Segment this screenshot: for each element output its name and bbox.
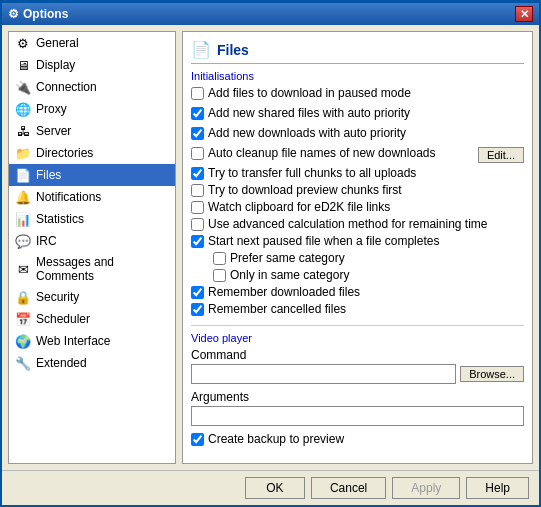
sidebar-item-proxy[interactable]: 🌐Proxy	[9, 98, 175, 120]
sidebar-label-extended: Extended	[36, 356, 87, 370]
remember-downloaded-label: Remember downloaded files	[208, 285, 360, 299]
backup-preview-label: Create backup to preview	[208, 432, 344, 446]
sidebar-item-general[interactable]: ⚙General	[9, 32, 175, 54]
files-icon: 📄	[15, 167, 31, 183]
watch-clipboard-label: Watch clipboard for eD2K file links	[208, 200, 390, 214]
prefer-same-cat-checkbox[interactable]	[213, 252, 226, 265]
remember-downloaded-checkbox[interactable]	[191, 286, 204, 299]
panel-title-icon: 📄	[191, 40, 211, 59]
sidebar-label-security: Security	[36, 290, 79, 304]
directories-icon: 📁	[15, 145, 31, 161]
sidebar-item-security[interactable]: 🔒Security	[9, 286, 175, 308]
title-bar: ⚙ Options ✕	[2, 3, 539, 25]
sidebar-item-display[interactable]: 🖥Display	[9, 54, 175, 76]
prefer-same-cat-row: Prefer same category	[213, 251, 524, 265]
sidebar-label-server: Server	[36, 124, 71, 138]
auto-priority-downloads-label: Add new downloads with auto priority	[208, 126, 406, 140]
options-window: ⚙ Options ✕ ⚙General🖥Display🔌Connection🌐…	[0, 0, 541, 507]
sidebar-label-statistics: Statistics	[36, 212, 84, 226]
auto-priority-shared-checkbox-row: Add new shared files with auto priority	[191, 106, 524, 120]
content-area: ⚙General🖥Display🔌Connection🌐Proxy🖧Server…	[2, 25, 539, 470]
sidebar-label-irc: IRC	[36, 234, 57, 248]
auto-priority-downloads-row: Add new downloads with auto priority	[191, 126, 524, 143]
auto-priority-shared-row: Add new shared files with auto priority	[191, 106, 524, 123]
backup-preview-row: Create backup to preview	[191, 432, 524, 446]
statistics-icon: 📊	[15, 211, 31, 227]
command-row: Browse...	[191, 364, 524, 384]
add-paused-checkbox[interactable]	[191, 87, 204, 100]
connection-icon: 🔌	[15, 79, 31, 95]
prefer-same-cat-label: Prefer same category	[230, 251, 345, 265]
auto-priority-downloads-checkbox[interactable]	[191, 127, 204, 140]
transfer-full-chunks-label: Try to transfer full chunks to all uploa…	[208, 166, 416, 180]
sidebar-label-notifications: Notifications	[36, 190, 101, 204]
sidebar-item-scheduler[interactable]: 📅Scheduler	[9, 308, 175, 330]
cancel-button[interactable]: Cancel	[311, 477, 386, 499]
preview-chunks-checkbox[interactable]	[191, 184, 204, 197]
sidebar-item-files[interactable]: 📄Files	[9, 164, 175, 186]
watch-clipboard-checkbox[interactable]	[191, 201, 204, 214]
notifications-icon: 🔔	[15, 189, 31, 205]
close-button[interactable]: ✕	[515, 6, 533, 22]
sidebar-item-statistics[interactable]: 📊Statistics	[9, 208, 175, 230]
sidebar-item-notifications[interactable]: 🔔Notifications	[9, 186, 175, 208]
auto-priority-shared-label: Add new shared files with auto priority	[208, 106, 410, 120]
advanced-calc-checkbox[interactable]	[191, 218, 204, 231]
sidebar-label-files: Files	[36, 168, 61, 182]
irc-icon: 💬	[15, 233, 31, 249]
main-panel: 📄 Files Initialisations Add files to dow…	[182, 31, 533, 464]
sidebar-label-display: Display	[36, 58, 75, 72]
sidebar-item-irc[interactable]: 💬IRC	[9, 230, 175, 252]
preview-chunks-row: Try to download preview chunks first	[191, 183, 524, 197]
server-icon: 🖧	[15, 123, 31, 139]
window-icon: ⚙	[8, 7, 19, 21]
remember-cancelled-checkbox[interactable]	[191, 303, 204, 316]
transfer-full-chunks-checkbox[interactable]	[191, 167, 204, 180]
messages-icon: ✉	[15, 261, 31, 277]
auto-cleanup-label: Auto cleanup file names of new downloads	[208, 146, 435, 160]
command-label: Command	[191, 348, 524, 362]
arguments-input[interactable]	[191, 406, 524, 426]
sidebar-label-messages: Messages and Comments	[36, 255, 169, 283]
display-icon: 🖥	[15, 57, 31, 73]
auto-priority-downloads-checkbox-row: Add new downloads with auto priority	[191, 126, 524, 140]
sidebar-item-extended[interactable]: 🔧Extended	[9, 352, 175, 374]
remember-downloaded-row: Remember downloaded files	[191, 285, 524, 299]
only-same-cat-checkbox[interactable]	[213, 269, 226, 282]
backup-preview-checkbox[interactable]	[191, 433, 204, 446]
preview-chunks-label: Try to download preview chunks first	[208, 183, 402, 197]
transfer-full-chunks-row: Try to transfer full chunks to all uploa…	[191, 166, 524, 180]
initialisations-label: Initialisations	[191, 70, 524, 82]
auto-priority-shared-checkbox[interactable]	[191, 107, 204, 120]
video-player-label: Video player	[191, 332, 524, 344]
ok-button[interactable]: OK	[245, 477, 305, 499]
add-paused-row: Add files to download in paused mode	[191, 86, 524, 103]
security-icon: 🔒	[15, 289, 31, 305]
sidebar-item-server[interactable]: 🖧Server	[9, 120, 175, 142]
start-next-paused-label: Start next paused file when a file compl…	[208, 234, 439, 248]
only-same-cat-row: Only in same category	[213, 268, 524, 282]
sidebar-label-general: General	[36, 36, 79, 50]
sidebar-item-connection[interactable]: 🔌Connection	[9, 76, 175, 98]
edit-button[interactable]: Edit...	[478, 147, 524, 163]
title-bar-left: ⚙ Options	[8, 7, 68, 21]
auto-cleanup-checkbox[interactable]	[191, 147, 204, 160]
footer: OK Cancel Apply Help	[2, 470, 539, 505]
apply-button[interactable]: Apply	[392, 477, 460, 499]
help-button[interactable]: Help	[466, 477, 529, 499]
window-title: Options	[23, 7, 68, 21]
browse-button[interactable]: Browse...	[460, 366, 524, 382]
sidebar-label-directories: Directories	[36, 146, 93, 160]
add-paused-checkbox-row: Add files to download in paused mode	[191, 86, 524, 100]
divider	[191, 325, 524, 326]
sidebar-item-webinterface[interactable]: 🌍Web Interface	[9, 330, 175, 352]
command-input[interactable]	[191, 364, 456, 384]
advanced-calc-row: Use advanced calculation method for rema…	[191, 217, 524, 231]
proxy-icon: 🌐	[15, 101, 31, 117]
sidebar-item-messages[interactable]: ✉Messages and Comments	[9, 252, 175, 286]
auto-cleanup-checkbox-row: Auto cleanup file names of new downloads	[191, 146, 478, 160]
start-next-paused-checkbox[interactable]	[191, 235, 204, 248]
sidebar-item-directories[interactable]: 📁Directories	[9, 142, 175, 164]
sidebar: ⚙General🖥Display🔌Connection🌐Proxy🖧Server…	[8, 31, 176, 464]
add-paused-label: Add files to download in paused mode	[208, 86, 411, 100]
